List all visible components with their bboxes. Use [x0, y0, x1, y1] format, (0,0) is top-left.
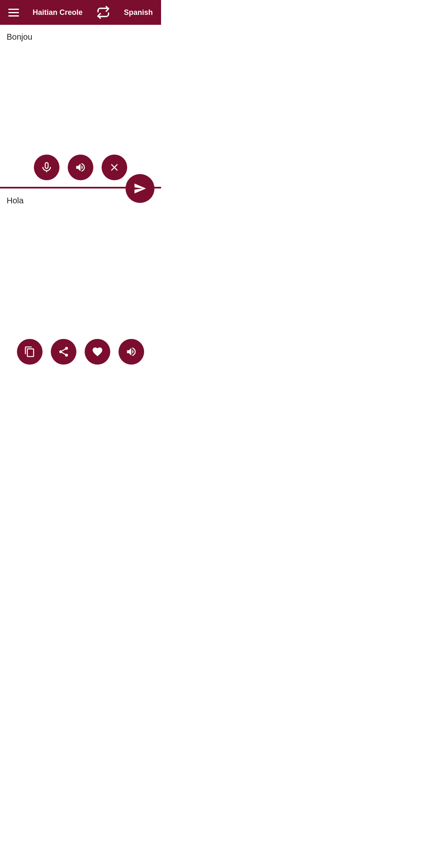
- svg-point-1: [59, 351, 62, 353]
- target-text-output: [0, 188, 161, 333]
- heart-icon: [92, 346, 103, 358]
- swap-languages-button[interactable]: [96, 5, 110, 19]
- clear-button[interactable]: [102, 155, 127, 180]
- app-header: Haitian Creole Spanish: [0, 0, 161, 25]
- microphone-button[interactable]: [34, 155, 59, 180]
- speaker-icon: [75, 162, 86, 173]
- speak-translation-button[interactable]: [119, 339, 144, 365]
- share-button[interactable]: [51, 339, 76, 365]
- send-icon: [133, 182, 147, 195]
- svg-line-4: [62, 349, 65, 351]
- close-icon: [109, 162, 120, 173]
- menu-button[interactable]: [8, 9, 19, 17]
- svg-line-3: [62, 353, 65, 355]
- target-panel: [0, 188, 161, 371]
- target-controls: [0, 335, 161, 371]
- svg-point-0: [65, 347, 68, 350]
- copy-icon: [24, 346, 36, 358]
- target-language-label[interactable]: Spanish: [124, 8, 153, 17]
- speaker-translation-icon: [126, 346, 137, 358]
- share-icon: [58, 346, 69, 358]
- speak-source-button[interactable]: [68, 155, 93, 180]
- microphone-icon: [41, 162, 52, 173]
- copy-button[interactable]: [17, 339, 43, 365]
- source-text-input[interactable]: [0, 25, 161, 149]
- source-panel: [0, 25, 161, 188]
- favorite-button[interactable]: [85, 339, 110, 365]
- svg-point-2: [65, 354, 68, 357]
- source-language-label[interactable]: Haitian Creole: [33, 8, 83, 17]
- translate-button[interactable]: [126, 174, 154, 203]
